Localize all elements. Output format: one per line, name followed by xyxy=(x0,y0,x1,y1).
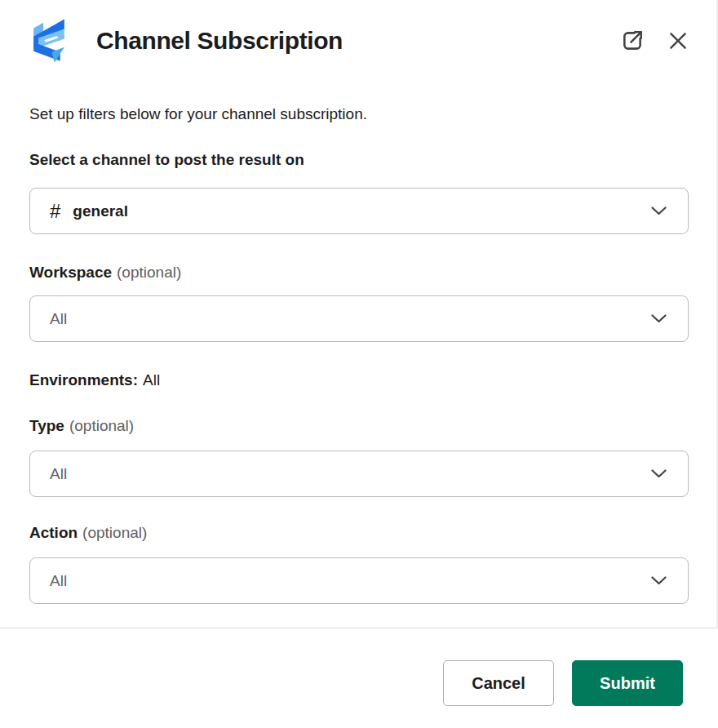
chevron-down-icon xyxy=(651,469,667,478)
type-optional-text: (optional) xyxy=(69,417,134,434)
chevron-down-icon xyxy=(651,206,667,215)
header-actions xyxy=(620,29,689,53)
submit-button[interactable]: Submit xyxy=(572,660,683,706)
chevron-down-icon xyxy=(651,576,667,585)
intro-text: Set up filters below for your channel su… xyxy=(29,104,689,124)
type-select-value: All xyxy=(50,465,67,483)
modal-body: Set up filters below for your channel su… xyxy=(0,104,718,604)
open-external-button[interactable] xyxy=(620,29,645,53)
environments-label: Environments: xyxy=(29,371,138,388)
modal-title: Channel Subscription xyxy=(96,27,343,55)
cancel-button[interactable]: Cancel xyxy=(443,660,554,706)
channel-field-label: Select a channel to post the result on xyxy=(29,150,689,170)
workspace-select-value: All xyxy=(50,310,67,328)
type-field-label: Type(optional) xyxy=(29,416,689,436)
close-button[interactable] xyxy=(667,30,689,51)
type-label-text: Type xyxy=(29,417,64,434)
modal-footer: Cancel Submit xyxy=(0,628,718,706)
channel-select-value: general xyxy=(73,202,128,220)
external-link-icon xyxy=(620,29,645,53)
app-logo-icon xyxy=(29,19,69,63)
chevron-down-icon xyxy=(651,314,667,323)
workspace-label-text: Workspace xyxy=(29,264,112,281)
action-select[interactable]: All xyxy=(29,557,689,604)
action-optional-text: (optional) xyxy=(82,524,147,541)
channel-hash-icon: # xyxy=(50,200,60,223)
channel-subscription-modal: Channel Subscription Set up filters belo… xyxy=(0,0,718,728)
workspace-field-label: Workspace(optional) xyxy=(29,263,689,282)
workspace-select[interactable]: All xyxy=(29,295,689,342)
close-icon xyxy=(667,30,689,51)
action-field-label: Action(optional) xyxy=(29,523,689,543)
workspace-optional-text: (optional) xyxy=(117,264,181,281)
action-label-text: Action xyxy=(29,524,78,541)
channel-select[interactable]: # general xyxy=(29,188,689,234)
type-select[interactable]: All xyxy=(29,451,689,497)
action-select-value: All xyxy=(50,572,67,590)
environments-value: All xyxy=(143,371,160,388)
modal-header: Channel Subscription xyxy=(29,18,689,64)
environments-line: Environments:All xyxy=(29,371,689,390)
